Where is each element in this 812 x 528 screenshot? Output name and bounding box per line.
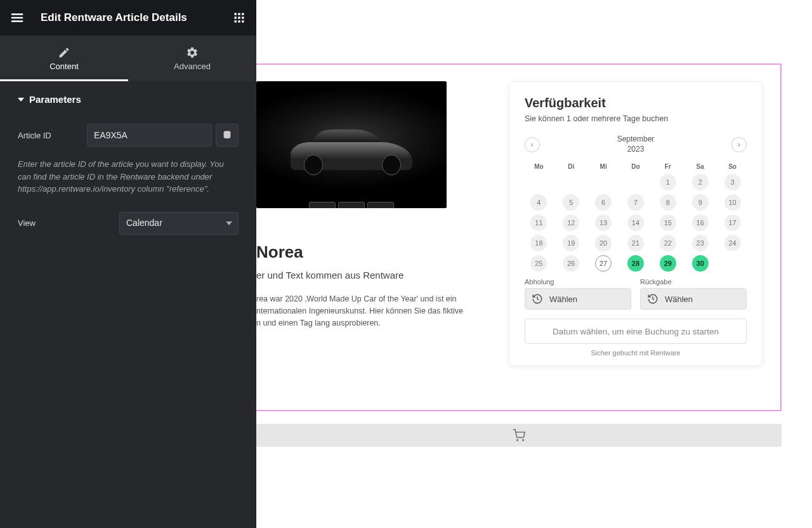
calendar-day[interactable]: 13 (595, 214, 612, 231)
calendar-dow: Mi (589, 163, 618, 170)
return-value: Wählen (665, 294, 693, 304)
calendar-day[interactable]: 20 (595, 235, 612, 251)
calendar-dow: Sa (686, 163, 714, 170)
car-wheel-front (304, 155, 323, 175)
view-select[interactable]: Calendar (119, 212, 239, 235)
svg-rect-6 (235, 20, 237, 22)
tab-advanced[interactable]: Advanced (128, 36, 256, 81)
calendar-day[interactable]: 15 (660, 214, 676, 231)
calendar-day[interactable]: 1 (660, 174, 676, 190)
view-label: View (18, 218, 113, 228)
calendar-day[interactable]: 7 (627, 194, 644, 211)
calendar-day[interactable]: 29 (660, 255, 676, 272)
history-icon (532, 293, 543, 305)
calendar-day[interactable]: 22 (660, 235, 676, 251)
thumbnail[interactable] (309, 202, 336, 208)
calendar-day[interactable]: 5 (563, 194, 579, 211)
product-thumbnails (309, 202, 394, 208)
calendar-day[interactable]: 8 (660, 194, 676, 211)
article-id-label: Article ID (18, 131, 81, 140)
calendar-day[interactable]: 19 (563, 235, 579, 251)
calendar-prev[interactable]: ‹ (525, 137, 540, 152)
calendar-day[interactable]: 4 (530, 194, 547, 211)
calendar-day[interactable]: 12 (563, 214, 579, 231)
availability-card: Verfügbarkeit Sie können 1 oder mehrere … (509, 81, 763, 366)
pickup-value: Wählen (549, 294, 577, 304)
dynamic-tags-button[interactable] (216, 124, 239, 147)
calendar-day (627, 174, 644, 190)
thumbnail[interactable] (338, 202, 365, 208)
calendar-day[interactable]: 9 (692, 194, 709, 211)
calendar-nav: ‹ September2023 › (525, 135, 747, 154)
sidebar: Edit Rentware Article Details Content Ad… (0, 0, 256, 528)
tabs: Content Advanced (0, 36, 256, 81)
calendar-dow: Do (622, 163, 650, 170)
main-preview: Norea er und Text kommen aus Rentware re… (256, 0, 812, 528)
calendar-day[interactable]: 24 (724, 235, 741, 251)
sidebar-header: Edit Rentware Article Details (0, 0, 256, 36)
product-image[interactable] (256, 81, 447, 208)
calendar-day[interactable]: 2 (692, 174, 709, 190)
calendar-dow: Di (557, 163, 586, 170)
availability-sub: Sie können 1 oder mehrere Tage buchen (525, 114, 747, 123)
calendar-day[interactable]: 26 (563, 255, 579, 272)
car-wheel-rear (382, 155, 401, 175)
svg-point-10 (517, 440, 518, 441)
calendar-day[interactable]: 30 (692, 255, 709, 272)
product-description: rea war 2020 ‚World Made Up Car of the Y… (256, 293, 472, 329)
section-parameters-label: Parameters (29, 94, 81, 105)
view-select-value: Calendar (126, 218, 162, 228)
calendar-day (595, 174, 612, 190)
row-article-id: Article ID (18, 124, 239, 147)
tab-content-label: Content (49, 62, 79, 71)
svg-point-11 (523, 440, 524, 441)
cart-bar[interactable] (256, 424, 782, 447)
thumbnail[interactable] (367, 202, 394, 208)
panel-body: Parameters Article ID Enter the article … (0, 81, 256, 259)
calendar-body: 1234567891011121314151617181920212223242… (525, 174, 747, 272)
svg-rect-5 (242, 16, 244, 18)
calendar-day[interactable]: 27 (595, 255, 612, 272)
svg-rect-1 (238, 13, 240, 15)
apps-icon[interactable] (231, 10, 247, 26)
calendar-day[interactable]: 16 (692, 214, 709, 231)
calendar-day[interactable]: 14 (627, 214, 644, 231)
section-parameters[interactable]: Parameters (18, 94, 239, 105)
calendar-day[interactable]: 17 (724, 214, 741, 231)
database-icon (222, 130, 232, 140)
calendar-dow: Mo (525, 163, 553, 170)
product-area (256, 81, 447, 208)
return-input[interactable]: Wählen (640, 288, 747, 310)
calendar-day[interactable]: 18 (530, 235, 547, 251)
caret-down-icon (18, 98, 24, 102)
calendar-day[interactable]: 11 (530, 214, 547, 231)
tab-content[interactable]: Content (0, 36, 128, 81)
calendar-day[interactable]: 3 (724, 174, 741, 190)
widget-preview[interactable]: Norea er und Text kommen aus Rentware re… (256, 63, 782, 411)
cart-icon (513, 429, 525, 442)
svg-rect-0 (235, 13, 237, 15)
calendar-dow: Fr (653, 163, 682, 170)
calendar-day[interactable]: 25 (530, 255, 547, 272)
product-subtitle: er und Text kommen aus Rentware (256, 270, 472, 280)
history-icon (647, 293, 658, 305)
secure-note: Sicher gebucht mit Rentware (525, 349, 747, 357)
pickup-input[interactable]: Wählen (525, 288, 631, 310)
calendar-day[interactable]: 10 (724, 194, 741, 211)
book-button[interactable]: Datum wählen, um eine Buchung zu starten (525, 319, 747, 344)
calendar-day[interactable]: 23 (692, 235, 709, 251)
calendar-day[interactable]: 6 (595, 194, 612, 211)
calendar-dow: So (718, 163, 747, 170)
svg-rect-8 (242, 20, 244, 22)
calendar-day[interactable]: 28 (627, 255, 644, 272)
time-row: Abholung Wählen Rückgabe Wählen (525, 278, 747, 310)
calendar-next[interactable]: › (731, 137, 747, 152)
calendar-day (724, 255, 741, 272)
calendar-day[interactable]: 21 (627, 235, 644, 251)
sidebar-title: Edit Rentware Article Details (25, 11, 231, 24)
calendar-month-label: September2023 (617, 135, 655, 154)
article-id-input[interactable] (87, 124, 212, 147)
article-id-help: Enter the article ID of the article you … (18, 158, 239, 195)
svg-rect-4 (238, 16, 240, 18)
menu-icon[interactable] (9, 10, 25, 26)
